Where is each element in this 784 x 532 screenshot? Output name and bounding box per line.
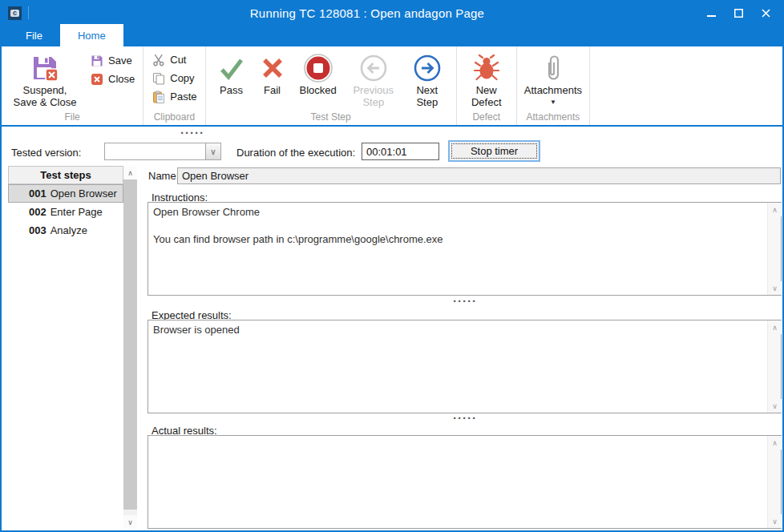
suspend-save-close-label: Suspend, Save & Close bbox=[10, 84, 79, 108]
instructions-splitter-handle[interactable]: ····· bbox=[148, 298, 782, 304]
maximize-icon[interactable] bbox=[726, 4, 750, 22]
attachments-button[interactable]: Attachments ▼ bbox=[520, 51, 586, 107]
name-label: Name: bbox=[148, 170, 179, 182]
titlebar-separator bbox=[28, 6, 29, 19]
next-step-button[interactable]: Next Step bbox=[406, 51, 448, 109]
test-step-item-2[interactable]: 002Enter Page bbox=[8, 203, 123, 221]
cut-icon bbox=[152, 53, 165, 66]
step-name: Enter Page bbox=[51, 206, 103, 218]
duration-label: Duration of the execution: bbox=[236, 147, 355, 159]
previous-step-button[interactable]: Previous Step bbox=[346, 51, 401, 109]
app-window: c Running TC 128081 : Open andagon Page … bbox=[0, 0, 784, 532]
new-defect-icon bbox=[473, 52, 500, 84]
suspend-save-close-button[interactable]: Suspend, Save & Close bbox=[6, 51, 83, 109]
step-name: Open Browser bbox=[51, 187, 117, 200]
step-name-field[interactable]: Open Browser bbox=[177, 167, 781, 184]
group-label-file: File bbox=[2, 111, 143, 125]
actual-results-scrollbar[interactable]: ∧ ∨ bbox=[767, 436, 781, 528]
stop-timer-button[interactable]: Stop timer bbox=[448, 140, 540, 162]
scroll-up-icon[interactable]: ∧ bbox=[768, 320, 782, 334]
combo-chevron-icon[interactable]: ∨ bbox=[205, 143, 220, 159]
expected-results-textarea[interactable]: Browser is opened bbox=[148, 320, 767, 413]
blocked-label: Blocked bbox=[300, 84, 337, 96]
tested-version-value bbox=[105, 143, 205, 159]
scroll-down-icon[interactable]: ∨ bbox=[768, 399, 782, 413]
save-button[interactable]: Save bbox=[87, 51, 138, 70]
blocked-icon bbox=[303, 52, 333, 84]
scroll-down-icon[interactable]: ∨ bbox=[768, 281, 782, 295]
previous-step-label: Previous Step bbox=[350, 84, 397, 108]
actual-results-field-wrap: ∧ ∨ bbox=[148, 435, 782, 529]
suspend-save-close-icon bbox=[30, 52, 59, 84]
scroll-up-icon[interactable]: ∧ bbox=[768, 436, 782, 449]
attachments-icon bbox=[544, 52, 563, 84]
close-window-icon[interactable] bbox=[754, 4, 778, 22]
test-step-item-1[interactable]: 001Open Browser bbox=[8, 184, 123, 203]
expected-results-scrollbar[interactable]: ∧ ∨ bbox=[767, 320, 781, 413]
cut-button[interactable]: Cut bbox=[148, 50, 189, 69]
ribbon-group-test-step: Pass Fail Blocke bbox=[206, 46, 457, 125]
close-label: Close bbox=[108, 73, 135, 85]
cut-label: Cut bbox=[170, 54, 186, 66]
group-label-test-step: Test Step bbox=[206, 111, 456, 125]
test-steps-list: Test steps 001Open Browser 002Enter Page… bbox=[8, 166, 123, 529]
main-content: ····· Tested version: ∨ Duration of the … bbox=[2, 127, 782, 530]
ribbon-group-defect: New Defect Defect bbox=[457, 46, 517, 125]
window-controls bbox=[699, 4, 778, 22]
expected-splitter-handle[interactable]: ····· bbox=[148, 415, 782, 421]
copy-icon bbox=[152, 71, 165, 85]
scroll-up-icon[interactable]: ∧ bbox=[123, 166, 137, 179]
minimize-icon[interactable] bbox=[699, 4, 723, 22]
pass-label: Pass bbox=[220, 84, 243, 96]
actual-results-textarea[interactable] bbox=[148, 436, 767, 528]
window-title: Running TC 128081 : Open andagon Page bbox=[35, 6, 699, 20]
scroll-down-icon[interactable]: ∨ bbox=[768, 514, 782, 528]
copy-label: Copy bbox=[170, 72, 194, 84]
fail-button[interactable]: Fail bbox=[255, 51, 290, 97]
pass-icon bbox=[218, 52, 245, 84]
scroll-down-icon[interactable]: ∨ bbox=[123, 515, 137, 529]
attachments-label: Attachments bbox=[524, 84, 582, 96]
ribbon-splitter-handle[interactable]: ····· bbox=[2, 130, 383, 136]
instructions-field-wrap: Open Browser Chrome You can find browser… bbox=[148, 202, 782, 296]
attachments-dropdown-icon[interactable]: ▼ bbox=[550, 99, 556, 106]
tab-home[interactable]: Home bbox=[60, 24, 123, 46]
group-label-defect: Defect bbox=[457, 111, 516, 125]
test-step-item-3[interactable]: 003Analyze bbox=[8, 221, 123, 240]
group-label-clipboard: Clipboard bbox=[143, 111, 204, 125]
close-button[interactable]: Close bbox=[87, 70, 138, 88]
new-defect-label: New Defect bbox=[467, 84, 506, 108]
tested-version-label: Tested version: bbox=[11, 147, 81, 159]
step-name: Analyze bbox=[51, 224, 87, 236]
instructions-textarea[interactable]: Open Browser Chrome You can find browser… bbox=[148, 203, 767, 295]
close-icon bbox=[90, 72, 103, 86]
paste-label: Paste bbox=[170, 91, 196, 103]
test-steps-header: Test steps bbox=[8, 166, 123, 184]
ribbon-group-attachments: Attachments ▼ Attachments bbox=[517, 46, 590, 125]
test-steps-panel: Test steps 001Open Browser 002Enter Page… bbox=[8, 166, 137, 529]
pass-button[interactable]: Pass bbox=[214, 51, 249, 97]
new-defect-button[interactable]: New Defect bbox=[463, 51, 510, 109]
tested-version-combobox[interactable]: ∨ bbox=[104, 143, 221, 160]
ribbon-tab-row: File Home bbox=[2, 24, 782, 46]
group-label-attachments: Attachments bbox=[517, 111, 589, 125]
expected-results-field-wrap: Browser is opened ∧ ∨ bbox=[148, 320, 782, 413]
test-steps-scrollbar[interactable]: ∧ ∨ bbox=[123, 166, 137, 529]
ribbon: Suspend, Save & Close Save bbox=[2, 46, 782, 127]
ribbon-group-file: Suspend, Save & Close Save bbox=[2, 46, 143, 125]
step-number: 002 bbox=[29, 206, 46, 218]
paste-button[interactable]: Paste bbox=[148, 87, 200, 106]
tab-file[interactable]: File bbox=[8, 24, 60, 46]
save-label: Save bbox=[108, 54, 132, 66]
app-icon[interactable]: c bbox=[8, 6, 22, 20]
save-icon bbox=[90, 54, 103, 67]
scroll-up-icon[interactable]: ∧ bbox=[768, 203, 782, 216]
app-icon-letter: c bbox=[10, 10, 19, 17]
blocked-button[interactable]: Blocked bbox=[296, 51, 341, 97]
fail-icon bbox=[259, 52, 286, 84]
instructions-scrollbar[interactable]: ∧ ∨ bbox=[767, 203, 781, 295]
next-step-icon bbox=[413, 52, 442, 84]
copy-button[interactable]: Copy bbox=[148, 69, 197, 87]
scrollbar-thumb[interactable] bbox=[123, 179, 137, 510]
duration-input[interactable] bbox=[362, 143, 439, 160]
